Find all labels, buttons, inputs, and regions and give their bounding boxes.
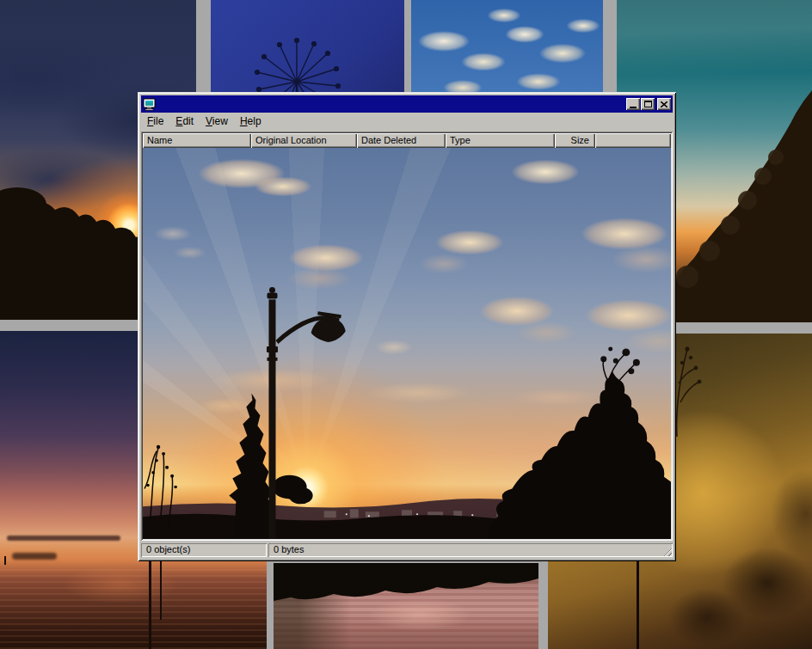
column-header-type[interactable]: Type — [446, 133, 555, 148]
minimize-button[interactable] — [626, 98, 640, 110]
minimize-icon — [630, 107, 637, 108]
resize-grip[interactable] — [661, 546, 672, 556]
menu-help[interactable]: Help — [234, 113, 268, 130]
column-header-date-deleted[interactable]: Date Deleted — [357, 133, 446, 148]
water-pole — [160, 561, 162, 620]
water-pole — [4, 556, 6, 565]
list-view-frame: Name Original Location Date Deleted Type… — [141, 132, 673, 541]
computer-monitor-icon — [143, 97, 157, 111]
column-header-size[interactable]: Size — [555, 133, 595, 148]
close-icon — [661, 101, 667, 107]
column-header-name[interactable]: Name — [143, 133, 251, 148]
distant-shore — [12, 553, 57, 560]
column-header-row: Name Original Location Date Deleted Type… — [143, 133, 671, 148]
status-object-count: 0 object(s) — [141, 543, 267, 557]
status-size: 0 bytes — [268, 543, 673, 557]
water-ripples — [0, 565, 267, 649]
menu-file[interactable]: File — [141, 113, 169, 130]
silhouettes-graphic — [143, 148, 671, 539]
column-header-filler — [595, 133, 671, 148]
column-header-original-location[interactable]: Original Location — [251, 133, 357, 148]
close-button[interactable] — [657, 98, 671, 110]
menu-edit[interactable]: Edit — [169, 113, 200, 130]
titlebar[interactable] — [141, 95, 673, 113]
desktop: File Edit View Help Name Original Locati… — [0, 0, 812, 649]
water-pole — [149, 558, 151, 649]
statusbar: 0 object(s) 0 bytes — [141, 542, 673, 558]
recycle-bin-window: File Edit View Help Name Original Locati… — [138, 92, 676, 561]
menu-view[interactable]: View — [200, 113, 234, 130]
dark-cloud-streak — [7, 536, 120, 541]
maximize-icon — [644, 101, 652, 107]
wallpaper-photo-water-reflection — [274, 563, 538, 649]
maximize-button[interactable] — [641, 98, 655, 110]
list-view-content[interactable] — [143, 148, 671, 539]
menubar: File Edit View Help — [141, 113, 673, 130]
shore-silhouette-graphic — [274, 563, 538, 649]
right-trees — [488, 371, 671, 539]
cypress-tree — [229, 393, 274, 539]
